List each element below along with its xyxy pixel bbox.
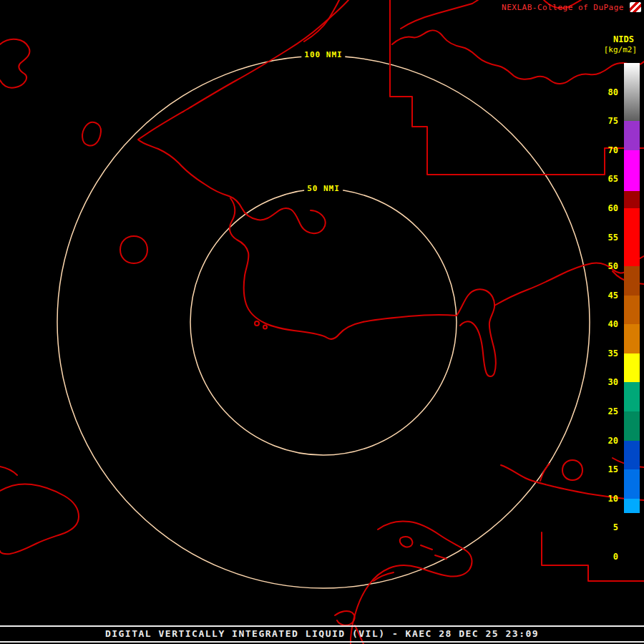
colorbar-segment	[624, 382, 640, 411]
colorbar-tick-label: 50	[590, 260, 618, 272]
radar-display: 100 NMI 50 NMI NEXLAB-College of DuPage …	[0, 0, 644, 644]
islets-center	[255, 321, 267, 329]
colorbar-tick-label: 70	[590, 145, 618, 156]
island-topleft	[0, 39, 29, 88]
islet-ring-left	[120, 236, 147, 263]
colorbar-tick-label: 25	[590, 406, 618, 417]
colorbar-segment	[624, 441, 640, 470]
colorbar-title: NIDS	[613, 34, 634, 44]
lake-detail-2	[421, 545, 447, 559]
islet-ring-right	[562, 460, 582, 480]
lake-detail-1	[400, 537, 413, 547]
coastline-northwest	[138, 0, 348, 233]
coastline-bottomright	[501, 465, 644, 500]
colorbar-segment	[624, 191, 640, 208]
colorbar-segment	[624, 208, 640, 266]
island-bottomleft	[0, 484, 79, 554]
colorbar-tick-label: 20	[590, 435, 618, 447]
colorbar-tick-label: 40	[590, 318, 618, 330]
coast-branch-bottomright	[540, 464, 550, 481]
colorbar-segment	[624, 121, 640, 150]
colorbar-tick-label: 75	[590, 115, 618, 127]
colorbar-tick-label: 0	[590, 551, 618, 562]
colorbar-units: [kg/m2]	[604, 45, 637, 54]
dupage-logo-icon	[630, 2, 641, 12]
colorbar-segment	[624, 513, 640, 557]
colorbar-tick-label: 5	[590, 522, 618, 533]
map-outlines	[0, 0, 644, 644]
coastline-topright	[392, 30, 644, 84]
peninsula-center-right	[457, 289, 496, 376]
coastline-topright-upper	[401, 0, 478, 29]
colorbar-tick-label: 80	[590, 87, 618, 98]
header: NEXLAB-College of DuPage	[502, 2, 641, 12]
range-ring-label-100: 100 NMI	[301, 50, 345, 59]
colorbar-segment	[624, 353, 640, 383]
colorbar-tick-label: 65	[590, 173, 618, 185]
colorbar-segment	[624, 296, 640, 325]
coastline-northeast	[494, 256, 644, 306]
colorbar-segment	[624, 266, 640, 296]
footer-divider-top	[0, 625, 644, 627]
colorbar-tick-label: 30	[590, 376, 618, 388]
islet-ring-upperleft	[82, 122, 101, 146]
colorbar-tick-label: 60	[590, 203, 618, 214]
colorbar-segment	[624, 411, 640, 441]
colorbar-segment	[624, 469, 640, 499]
colorbar-segment	[624, 63, 640, 121]
colorbar-tick-label: 55	[590, 232, 618, 243]
colorbar-tick-label: 15	[590, 464, 618, 475]
colorbar-tick-label: 35	[590, 348, 618, 359]
product-caption: DIGITAL VERTICALLY INTEGRATED LIQUID (VI…	[0, 628, 644, 639]
shoreline-left	[0, 467, 17, 475]
colorbar-tick-label: 10	[590, 493, 618, 504]
range-ring-label-50: 50 NMI	[304, 184, 343, 193]
colorbar	[624, 63, 640, 557]
site-title: NEXLAB-College of DuPage	[502, 3, 624, 12]
islet-bottom	[335, 611, 364, 644]
colorbar-segment	[624, 150, 640, 191]
colorbar-tick-label: 45	[590, 290, 618, 301]
range-ring-100	[57, 56, 590, 588]
colorbar-segment	[624, 324, 640, 353]
colorbar-segment	[624, 499, 640, 513]
footer-divider-bottom	[0, 641, 644, 643]
